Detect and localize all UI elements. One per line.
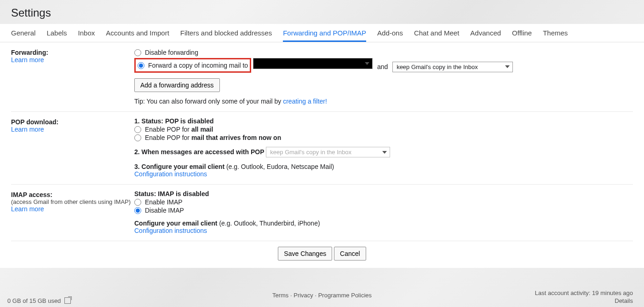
- tab-offline[interactable]: Offline: [512, 24, 532, 41]
- forward-address-select[interactable]: [253, 58, 373, 69]
- add-forwarding-address-button[interactable]: Add a forwarding address: [134, 78, 220, 92]
- storage-text: 0 GB of 15 GB used: [7, 297, 71, 304]
- pop-status-prefix: 1. Status:: [134, 117, 165, 125]
- save-changes-button[interactable]: Save Changes: [278, 247, 332, 261]
- tab-filters-and-blocked-addresses[interactable]: Filters and blocked addresses: [180, 24, 272, 41]
- imap-enable-label: Enable IMAP: [145, 198, 183, 206]
- forward-copy-radio[interactable]: [138, 62, 144, 69]
- pop-configure-hint: (e.g. Outlook, Eudora, Netscape Mail): [226, 163, 334, 170]
- tab-inbox[interactable]: Inbox: [78, 24, 95, 41]
- imap-hint: (access Gmail from other clients using I…: [11, 198, 134, 205]
- pop-config-link[interactable]: Configuration instructions: [134, 170, 207, 178]
- pop-status-value: POP is disabled: [165, 117, 214, 125]
- pop-now-radio[interactable]: [134, 134, 141, 141]
- imap-config-link[interactable]: Configuration instructions: [134, 227, 207, 234]
- pop-all-prefix: Enable POP for: [145, 126, 191, 133]
- forwarding-learn-more-link[interactable]: Learn more: [11, 56, 44, 64]
- imap-status-prefix: Status:: [134, 190, 158, 197]
- imap-configure-hint: (e.g. Outlook, Thunderbird, iPhone): [219, 220, 320, 227]
- pop-now-bold: mail that arrives from now on: [191, 134, 281, 141]
- imap-label: IMAP access:: [11, 191, 134, 198]
- activity-text: Last account activity: 19 minutes ago: [535, 290, 633, 296]
- forwarding-section: Forwarding: Learn more Disable forwardin…: [11, 42, 633, 112]
- storage-value: 0 GB of 15 GB used: [7, 297, 61, 304]
- open-in-new-icon[interactable]: [64, 297, 71, 304]
- settings-content: Forwarding: Learn more Disable forwardin…: [0, 42, 644, 268]
- tab-labels[interactable]: Labels: [46, 24, 67, 41]
- forwarding-label: Forwarding:: [11, 49, 134, 56]
- imap-status-value: IMAP is disabled: [158, 190, 209, 197]
- details-link[interactable]: Details: [615, 297, 633, 304]
- imap-enable-radio[interactable]: [134, 199, 141, 206]
- pop-all-bold: all mail: [191, 126, 213, 133]
- forward-action-select[interactable]: keep Gmail's copy in the Inbox: [392, 62, 513, 72]
- forward-tip-text: Tip: You can also forward only some of y…: [134, 98, 283, 105]
- disable-forwarding-radio[interactable]: [134, 49, 141, 56]
- imap-section: IMAP access: (access Gmail from other cl…: [11, 185, 633, 241]
- creating-filter-link[interactable]: creating a filter!: [283, 98, 327, 105]
- forward-copy-highlight: Forward a copy of incoming mail to: [134, 58, 251, 73]
- tab-forwarding-and-pop-imap[interactable]: Forwarding and POP/IMAP: [283, 24, 366, 42]
- pop-now-prefix: Enable POP for: [145, 134, 191, 141]
- pop-label: POP download:: [11, 118, 134, 126]
- pop-when-select[interactable]: keep Gmail's copy in the Inbox: [266, 147, 390, 157]
- tab-chat-and-meet[interactable]: Chat and Meet: [414, 24, 459, 41]
- pop-when-label: 2. When messages are accessed with POP: [134, 148, 264, 156]
- imap-disable-label: Disable IMAP: [145, 207, 184, 214]
- pop-configure-prefix: 3. Configure your email client: [134, 163, 226, 170]
- tab-accounts-and-import[interactable]: Accounts and Import: [106, 24, 169, 41]
- forward-copy-label: Forward a copy of incoming mail to: [148, 62, 248, 69]
- page-title: Settings: [0, 0, 644, 24]
- pop-learn-more-link[interactable]: Learn more: [11, 126, 44, 133]
- imap-disable-radio[interactable]: [134, 207, 141, 214]
- imap-configure-prefix: Configure your email client: [134, 220, 219, 227]
- disable-forwarding-label: Disable forwarding: [145, 49, 198, 56]
- cancel-button[interactable]: Cancel: [334, 247, 366, 261]
- tab-add-ons[interactable]: Add-ons: [377, 24, 403, 41]
- tab-advanced[interactable]: Advanced: [470, 24, 501, 41]
- imap-learn-more-link[interactable]: Learn more: [11, 205, 44, 213]
- pop-all-radio[interactable]: [134, 126, 141, 133]
- pop-section: POP download: Learn more 1. Status: POP …: [11, 112, 633, 185]
- settings-tabs: GeneralLabelsInboxAccounts and ImportFil…: [0, 24, 644, 42]
- tab-general[interactable]: General: [11, 24, 35, 41]
- tab-themes[interactable]: Themes: [543, 24, 568, 41]
- forward-and-text: and: [377, 63, 388, 70]
